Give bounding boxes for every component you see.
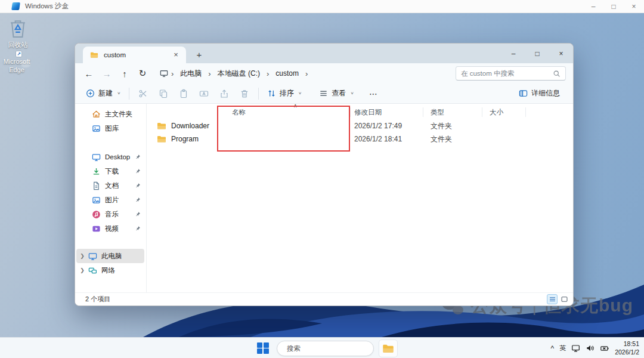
column-header-name[interactable]: 名称 — [232, 106, 246, 118]
sandbox-screen: Windows 沙盒 – □ × 回收站 ↗ Microsoft Edge — [0, 0, 644, 358]
explorer-minimize-button[interactable]: – — [501, 44, 525, 63]
sidebar-item-label: 下载 — [105, 167, 135, 176]
explorer-navbar: ← → ↑ ↻ › 此电脑 › 本地磁盘 (C:) › custom › — [75, 63, 573, 84]
sort-button[interactable]: 排序 ˅ — [262, 85, 306, 101]
desktop-icon-edge[interactable]: ↗ Microsoft Edge — [0, 56, 38, 75]
scissors-icon — [138, 89, 148, 98]
start-button[interactable] — [254, 340, 272, 357]
volume-icon[interactable] — [586, 344, 595, 353]
more-options-button[interactable]: ⋯ — [364, 86, 383, 101]
shortcut-arrow-icon: ↗ — [16, 51, 22, 57]
network-tray-icon[interactable] — [571, 344, 580, 353]
computer-icon — [160, 69, 168, 78]
network-icon — [88, 266, 97, 275]
share-button[interactable] — [214, 85, 234, 102]
sidebar-item-desktop[interactable]: Desktop — [76, 150, 144, 164]
sandbox-titlebar: Windows 沙盒 – □ × — [0, 0, 644, 13]
breadcrumb-chevron: › — [208, 69, 211, 78]
sidebar-item-label: 文档 — [105, 181, 135, 190]
recycle-bin-icon — [8, 17, 28, 39]
new-tab-button[interactable]: + — [192, 48, 206, 61]
breadcrumb-custom[interactable]: custom — [272, 67, 302, 79]
rename-button[interactable] — [194, 85, 214, 102]
paste-icon — [179, 89, 188, 98]
tab-close-button[interactable]: × — [171, 50, 181, 60]
sidebar-item-label: 图片 — [105, 196, 135, 205]
file-row-downloader[interactable]: Downloader 2026/1/2 17:49 文件夹 — [151, 119, 566, 132]
pictures-icon — [92, 196, 101, 205]
explorer-search-box[interactable] — [456, 66, 566, 81]
plus-circle-icon — [86, 89, 95, 98]
view-button[interactable]: 查看 ˅ — [314, 85, 358, 101]
sandbox-close-button[interactable]: × — [624, 2, 644, 11]
tray-expand-button[interactable]: ^ — [550, 344, 554, 353]
folder-icon — [157, 121, 166, 131]
sidebar-item-gallery[interactable]: 图库 — [76, 121, 144, 135]
tree-expand-chevron[interactable]: ❯ — [76, 253, 88, 259]
back-button[interactable]: ← — [80, 69, 98, 79]
sort-button-label: 排序 — [280, 88, 294, 98]
pin-icon — [135, 211, 141, 217]
sidebar-item-pictures[interactable]: 图片 — [76, 193, 144, 207]
copy-button[interactable] — [153, 85, 174, 102]
paste-button[interactable] — [174, 85, 194, 102]
desktop-icon-label: 回收站 — [8, 41, 28, 50]
up-button[interactable]: ↑ — [116, 69, 134, 79]
sidebar-item-network[interactable]: ❯ 网络 — [76, 263, 144, 277]
file-row-program[interactable]: Program 2026/1/2 18:41 文件夹 — [151, 132, 566, 146]
sidebar-item-downloads[interactable]: 下载 — [76, 164, 144, 178]
explorer-search-input[interactable] — [461, 70, 553, 77]
column-header-size[interactable]: 大小 — [490, 106, 503, 118]
explorer-maximize-button[interactable]: □ — [525, 44, 549, 63]
details-view-toggle[interactable] — [547, 294, 558, 304]
sandbox-minimize-button[interactable]: – — [583, 2, 603, 11]
large-icons-view-icon — [561, 295, 568, 303]
input-language-indicator[interactable]: 英 — [559, 344, 566, 353]
sort-ascending-indicator: ∧ — [293, 103, 298, 109]
file-explorer-icon — [382, 342, 394, 354]
explorer-close-button[interactable]: × — [549, 44, 573, 63]
breadcrumb-local-disk-c[interactable]: 本地磁盘 (C:) — [214, 67, 264, 81]
file-date: 2026/1/2 18:41 — [354, 135, 402, 143]
column-divider[interactable] — [423, 107, 423, 117]
sidebar-item-this-pc[interactable]: ❯ 此电脑 — [76, 249, 144, 263]
breadcrumb-this-pc[interactable]: 此电脑 — [177, 67, 205, 81]
toolbar-divider — [129, 88, 129, 100]
desktop: 回收站 ↗ Microsoft Edge 公众号|但求无bug — [0, 13, 644, 337]
tree-expand-chevron[interactable]: ❯ — [76, 267, 88, 273]
file-list: ∧ 名称 修改日期 类型 大小 Downloader 2026/1/2 17:4… — [147, 104, 573, 292]
view-button-label: 查看 — [332, 88, 346, 98]
pin-icon — [135, 183, 141, 189]
large-icons-view-toggle[interactable] — [559, 294, 569, 304]
details-pane-button[interactable]: 详细信息 — [514, 85, 565, 101]
music-icon — [92, 210, 101, 219]
sandbox-maximize-button[interactable]: □ — [603, 2, 624, 11]
battery-status-icon[interactable] — [600, 344, 609, 353]
file-date: 2026/1/2 17:49 — [354, 122, 402, 130]
clock[interactable]: 18:51 2026/1/2 — [615, 340, 639, 356]
sort-arrows-icon — [267, 89, 276, 98]
new-button[interactable]: 新建 ˅ — [81, 85, 125, 101]
folder-icon — [157, 134, 166, 144]
column-divider[interactable] — [482, 107, 482, 117]
column-divider[interactable] — [350, 107, 351, 117]
sidebar-item-label: 此电脑 — [101, 252, 144, 261]
cut-button[interactable] — [133, 85, 153, 102]
sidebar-item-videos[interactable]: 视频 — [76, 221, 144, 236]
column-header-type[interactable]: 类型 — [431, 106, 444, 118]
details-view-icon — [549, 295, 556, 303]
desktop-icon-recycle-bin[interactable]: 回收站 — [0, 17, 39, 50]
taskbar-search-input[interactable] — [287, 345, 379, 352]
forward-button[interactable]: → — [98, 69, 116, 79]
taskbar-file-explorer-button[interactable] — [379, 340, 398, 357]
taskbar-search-box[interactable] — [277, 341, 374, 356]
column-header-date[interactable]: 修改日期 — [354, 106, 382, 118]
refresh-button[interactable]: ↻ — [134, 68, 151, 79]
sidebar-item-documents[interactable]: 文档 — [76, 178, 144, 193]
column-divider[interactable] — [525, 107, 526, 117]
sidebar-item-music[interactable]: 音乐 — [76, 207, 144, 221]
video-icon — [92, 224, 101, 233]
explorer-tab-custom[interactable]: custom × — [83, 47, 186, 63]
sidebar-item-home[interactable]: 主文件夹 — [76, 107, 144, 121]
delete-button[interactable] — [234, 85, 255, 102]
